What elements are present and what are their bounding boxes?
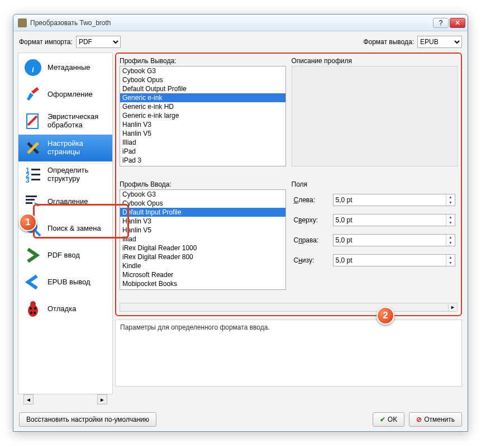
tools-icon <box>23 138 43 158</box>
output-format-label: Формат вывода: <box>363 38 414 46</box>
info-icon: i <box>23 58 43 78</box>
brush-icon <box>23 84 43 104</box>
sidebar-item-toc[interactable]: Оглавление <box>18 188 112 215</box>
list-item[interactable]: Mobipocket Books <box>120 279 285 288</box>
callout-2: 2 <box>377 307 394 325</box>
import-format-label: Формат импорта: <box>19 38 73 46</box>
input-profile-listbox[interactable]: Cybook G3Cybook OpusDefault Input Profil… <box>120 189 286 290</box>
hint-text: Параметры для определенного формата ввод… <box>120 323 270 331</box>
list-item[interactable]: iRex Digital Reader 1000 <box>120 165 285 166</box>
output-format-select[interactable]: EPUB <box>417 36 462 48</box>
list-item[interactable]: iRex Digital Reader 1000 <box>120 244 285 252</box>
sidebar-item-metadata[interactable]: i Метаданные <box>18 54 112 81</box>
svg-point-18 <box>34 312 36 314</box>
list-item[interactable]: Default Input Profile <box>120 208 285 217</box>
svg-point-15 <box>30 307 32 309</box>
profile-description-label: Описание профиля <box>292 57 458 65</box>
sidebar-item-debug[interactable]: Отладка <box>18 296 112 322</box>
list-item[interactable]: Nook <box>120 288 285 290</box>
list-item[interactable]: Default Output Profile <box>120 84 285 93</box>
close-button[interactable]: ✕ <box>450 18 465 28</box>
list-item[interactable]: Generic e-ink large <box>120 111 285 120</box>
list-item[interactable]: Cybook Opus <box>120 199 285 208</box>
ok-button[interactable]: ✔OK <box>373 412 404 427</box>
margin-right-label: Справа: <box>294 236 333 244</box>
svg-rect-9 <box>26 196 37 197</box>
list-item[interactable]: Generic e-ink <box>120 93 285 102</box>
list-item[interactable]: iRex Digital Reader 800 <box>120 252 285 261</box>
list-item[interactable]: iPad <box>120 147 285 156</box>
sidebar-item-epubout[interactable]: EPUB вывод <box>18 269 112 296</box>
button-row: Восстановить настройки по-умолчанию ✔OK … <box>13 408 468 431</box>
list-icon: 123 <box>23 165 43 185</box>
margin-top-label: Сверху: <box>294 216 333 224</box>
input-profile-label: Профиль Ввода: <box>120 180 286 188</box>
svg-text:3: 3 <box>26 177 30 184</box>
output-profile-listbox[interactable]: Cybook G3Cybook OpusDefault Output Profi… <box>120 66 286 166</box>
margins-label: Поля <box>292 180 458 188</box>
list-item[interactable]: Hanlin V3 <box>120 217 285 226</box>
list-item[interactable]: Cybook G3 <box>120 190 285 199</box>
sidebar-item-heuristic[interactable]: Эвристическая обработка <box>18 108 112 135</box>
svg-rect-7 <box>31 174 40 175</box>
sidebar-scroll: ◄ ► <box>18 394 113 408</box>
app-icon <box>18 18 27 27</box>
margin-left-spinner[interactable]: ▲▼ <box>333 194 456 206</box>
profile-description-box <box>292 66 458 166</box>
list-item[interactable]: Microsoft Reader <box>120 270 285 279</box>
titlebar: Преобразовать Two_broth ? ✕ <box>13 15 468 31</box>
sidebar-item-pagesetup[interactable]: Настройка страницы <box>18 135 112 161</box>
list-item[interactable]: Illiad <box>120 138 285 147</box>
list-item[interactable]: Illiad <box>120 235 285 244</box>
hint-box: Параметры для определенного формата ввод… <box>115 320 462 387</box>
list-item[interactable]: Kindle <box>120 261 285 270</box>
help-button[interactable]: ? <box>433 18 449 28</box>
margins-panel: Слева: ▲▼ Сверху: ▲▼ Справа: ▲▼ <box>292 189 458 266</box>
main-horizontal-scrollbar[interactable]: ► <box>120 303 458 312</box>
highlight-frame-main: Профиль Вывода: Cybook G3Cybook OpusDefa… <box>115 53 462 316</box>
document-icon <box>23 111 43 131</box>
scroll-left-button[interactable]: ◄ <box>23 394 34 404</box>
margin-left-label: Слева: <box>294 196 333 204</box>
window-title: Преобразовать Two_broth <box>30 19 432 27</box>
margin-bottom-label: Снизу: <box>294 256 333 264</box>
margin-bottom-spinner[interactable]: ▲▼ <box>333 254 456 266</box>
bug-icon <box>23 299 43 319</box>
sidebar-item-pdfin[interactable]: PDF ввод <box>18 242 112 269</box>
restore-defaults-button[interactable]: Восстановить настройки по-умолчанию <box>19 412 156 427</box>
svg-rect-10 <box>26 199 35 201</box>
svg-point-14 <box>30 301 36 307</box>
list-item[interactable]: Hanlin V3 <box>120 120 285 129</box>
list-item[interactable]: Hanlin V5 <box>120 129 285 138</box>
format-row: Формат импорта: PDF Формат вывода: EPUB <box>13 31 468 53</box>
list-item[interactable]: Hanlin V5 <box>120 226 285 235</box>
chevron-left-icon <box>23 272 43 292</box>
check-icon: ✔ <box>380 416 385 423</box>
output-profile-label: Профиль Вывода: <box>120 57 286 65</box>
chevron-right-icon <box>23 245 43 265</box>
cancel-button[interactable]: ⊘Отменить <box>409 412 462 427</box>
list-item[interactable]: Generic e-ink HD <box>120 102 285 111</box>
sidebar-item-structure[interactable]: 123 Определить структуру <box>18 161 112 188</box>
svg-point-16 <box>34 307 36 309</box>
margin-top-spinner[interactable]: ▲▼ <box>333 214 456 226</box>
svg-rect-8 <box>31 179 40 180</box>
svg-rect-6 <box>31 169 40 170</box>
list-item[interactable]: Cybook G3 <box>120 66 285 75</box>
import-format-select[interactable]: PDF <box>76 36 121 48</box>
list-item[interactable]: iPad 3 <box>120 156 285 165</box>
cancel-icon: ⊘ <box>416 416 422 423</box>
list-item[interactable]: Cybook Opus <box>120 75 285 84</box>
sidebar-item-look[interactable]: Оформление <box>18 81 112 108</box>
margin-right-spinner[interactable]: ▲▼ <box>333 234 456 246</box>
svg-point-17 <box>30 312 32 314</box>
scroll-right-button[interactable]: ► <box>97 394 107 404</box>
svg-rect-11 <box>26 202 32 204</box>
callout-1: 1 <box>19 213 37 231</box>
toc-icon <box>23 192 43 212</box>
